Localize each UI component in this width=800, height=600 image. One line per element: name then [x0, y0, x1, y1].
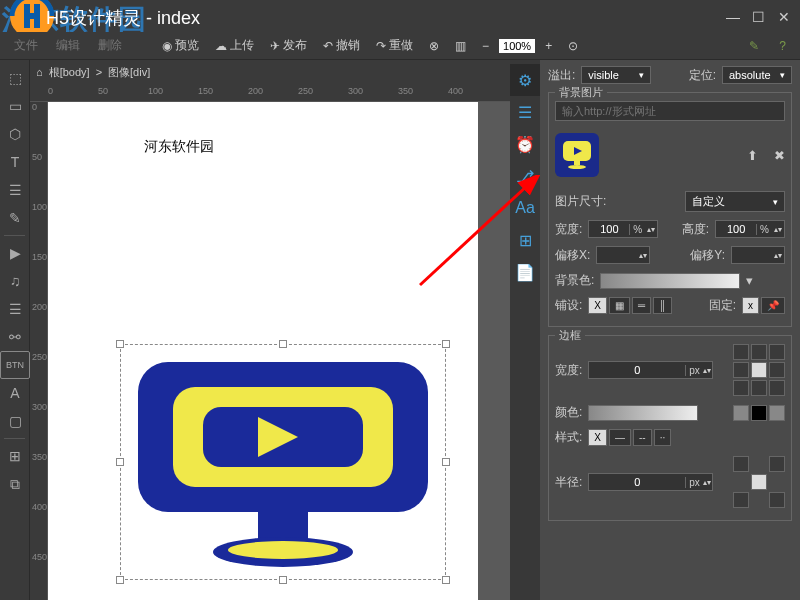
canvas[interactable]: 河东软件园 — [48, 102, 510, 600]
close-icon[interactable]: ✕ — [778, 9, 792, 23]
breadcrumb-node[interactable]: 图像[div] — [108, 65, 150, 80]
overflow-label: 溢出: — [548, 67, 575, 84]
sample-text[interactable]: 河东软件园 — [144, 138, 214, 156]
tab-settings[interactable]: ⚙ — [510, 64, 540, 96]
panel-icon[interactable]: ▥ — [449, 37, 472, 55]
border-radius-input[interactable]: px▴▾ — [588, 473, 713, 491]
height-input[interactable]: %▴▾ — [715, 220, 785, 238]
border-radius-grid[interactable] — [733, 456, 785, 508]
tool-image[interactable]: ▭ — [0, 92, 30, 120]
offsetx-input[interactable]: ▴▾ — [596, 246, 650, 264]
publish-button[interactable]: ✈ 发布 — [264, 35, 313, 56]
svg-rect-13 — [574, 161, 580, 165]
menu-edit[interactable]: 编辑 — [50, 35, 86, 56]
help-icon[interactable]: ? — [773, 37, 792, 55]
edit-pencil-icon[interactable]: ✎ — [743, 37, 765, 55]
maximize-icon[interactable]: ☐ — [752, 9, 766, 23]
window-title: H5设计精灵 - index — [46, 6, 200, 30]
breadcrumb-sep: > — [96, 66, 102, 78]
home-icon[interactable]: ⌂ — [36, 66, 43, 78]
border-preset-2[interactable] — [751, 405, 767, 421]
undo-button[interactable]: ↶ 撤销 — [317, 35, 366, 56]
tab-timer[interactable]: ⏰ — [510, 128, 540, 160]
border-section: 边框 宽度: px▴▾ 颜色: 样式: X—--·· 半径: px▴▾ — [548, 335, 792, 521]
border-side-grid[interactable] — [733, 344, 785, 396]
offsetx-label: 偏移X: — [555, 247, 590, 264]
position-select[interactable]: absolute — [722, 66, 792, 84]
upload-icon[interactable]: ⬆ — [747, 148, 758, 163]
tool-pen[interactable]: ⬡ — [0, 120, 30, 148]
zoom-in-icon[interactable]: + — [539, 37, 558, 55]
tool-font[interactable]: A — [0, 379, 30, 407]
tab-align[interactable]: ⎇ — [510, 160, 540, 192]
tool-button[interactable]: BTN — [0, 351, 30, 379]
bgcolor-more-icon[interactable]: ▾ — [746, 273, 753, 288]
height-label: 高度: — [682, 221, 709, 238]
preview-button[interactable]: ◉ 预览 — [156, 35, 205, 56]
remove-icon[interactable]: ✖ — [774, 148, 785, 163]
bgimg-section: 背景图片 ⬆ ✖ 图片尺寸: 自定义 宽度: %▴▾ 高度: %▴▾ — [548, 92, 792, 327]
tool-form[interactable]: ☰ — [0, 176, 30, 204]
tile-label: 铺设: — [555, 297, 582, 314]
redo-button[interactable]: ↷ 重做 — [370, 35, 419, 56]
tool-input[interactable]: ▢ — [0, 407, 30, 435]
border-width-label: 宽度: — [555, 362, 582, 379]
border-title: 边框 — [555, 328, 585, 343]
width-input[interactable]: %▴▾ — [588, 220, 658, 238]
tab-layers[interactable]: ☰ — [510, 96, 540, 128]
menu-delete[interactable]: 删除 — [92, 35, 128, 56]
ruler-vertical: 050100150200250300350400450 — [30, 102, 48, 600]
offsety-input[interactable]: ▴▾ — [731, 246, 785, 264]
tool-edit[interactable]: ✎ — [0, 204, 30, 232]
main-toolbar: 文件 编辑 删除 ◉ 预览 ☁ 上传 ✈ 发布 ↶ 撤销 ↷ 重做 ⊗ ▥ − … — [0, 32, 800, 60]
offsety-label: 偏移Y: — [690, 247, 725, 264]
ruler-horizontal: 050100150200250300350400 — [30, 84, 510, 102]
tool-text[interactable]: T — [0, 148, 30, 176]
border-style-buttons[interactable]: X—--·· — [588, 429, 671, 446]
selected-image[interactable] — [128, 352, 438, 572]
menu-file[interactable]: 文件 — [8, 35, 44, 56]
page[interactable]: 河东软件园 — [48, 102, 478, 600]
target-icon[interactable]: ⊙ — [562, 37, 584, 55]
size-label: 图片尺寸: — [555, 193, 606, 210]
border-radius-label: 半径: — [555, 474, 582, 491]
breadcrumb: ⌂ 根[body] > 图像[div] — [30, 60, 510, 84]
tab-pages[interactable]: 📄 — [510, 256, 540, 288]
svg-point-10 — [228, 541, 338, 559]
bgimg-thumbnail[interactable] — [555, 133, 599, 177]
border-color-swatch[interactable] — [588, 405, 698, 421]
tool-group[interactable]: ⧉ — [0, 470, 30, 498]
tool-grid[interactable]: ⊞ — [0, 442, 30, 470]
tool-video[interactable]: ▶ — [0, 239, 30, 267]
tile-buttons[interactable]: X▦═║ — [588, 297, 672, 314]
fixed-buttons[interactable]: x📌 — [742, 297, 785, 314]
border-style-label: 样式: — [555, 429, 582, 446]
titlebar: 河东软件园 H5设计精灵 - index — ☐ ✕ — [0, 0, 800, 32]
tab-components[interactable]: Aa — [510, 192, 540, 224]
border-width-input[interactable]: px▴▾ — [588, 361, 713, 379]
upload-button[interactable]: ☁ 上传 — [209, 35, 260, 56]
breadcrumb-root[interactable]: 根[body] — [49, 65, 90, 80]
tool-link[interactable]: ⚯ — [0, 323, 30, 351]
svg-point-14 — [568, 165, 586, 169]
bgimg-title: 背景图片 — [555, 85, 607, 100]
minimize-icon[interactable]: — — [726, 9, 740, 23]
border-preset-1[interactable] — [733, 405, 749, 421]
tab-resources[interactable]: ⊞ — [510, 224, 540, 256]
mid-tab-strip: ⚙ ☰ ⏰ ⎇ Aa ⊞ 📄 — [510, 60, 540, 600]
bgcolor-swatch[interactable] — [600, 273, 740, 289]
lock-icon[interactable]: ⊗ — [423, 37, 445, 55]
bgimg-url-input[interactable] — [555, 101, 785, 121]
fixed-label: 固定: — [709, 297, 736, 314]
svg-rect-3 — [24, 13, 40, 19]
tool-list[interactable]: ☰ — [0, 295, 30, 323]
position-label: 定位: — [689, 67, 716, 84]
border-preset-3[interactable] — [769, 405, 785, 421]
size-select[interactable]: 自定义 — [685, 191, 785, 212]
tool-select[interactable]: ⬚ — [0, 64, 30, 92]
zoom-out-icon[interactable]: − — [476, 37, 495, 55]
tool-audio[interactable]: ♫ — [0, 267, 30, 295]
zoom-value[interactable]: 100% — [499, 39, 535, 53]
overflow-select[interactable]: visible — [581, 66, 651, 84]
left-toolbar: ⬚ ▭ ⬡ T ☰ ✎ ▶ ♫ ☰ ⚯ BTN A ▢ ⊞ ⧉ — [0, 60, 30, 600]
